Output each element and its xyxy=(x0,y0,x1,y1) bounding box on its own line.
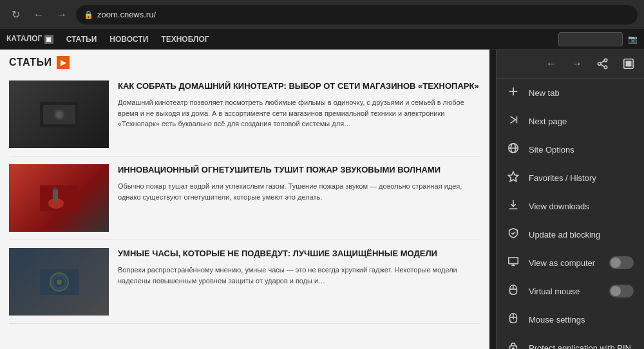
mouse-icon xyxy=(507,284,520,298)
forward-button[interactable]: → xyxy=(568,55,586,73)
tabs-icon[interactable] xyxy=(620,55,638,73)
menu-item-next-page[interactable]: Next page xyxy=(497,107,644,135)
svg-point-12 xyxy=(604,59,607,62)
menu-item-favorites-history[interactable]: Favorites / History xyxy=(497,164,644,192)
star-icon xyxy=(507,171,520,185)
article-item[interactable]: ИННОВАЦИОННЫЙ ОГНЕТУШИТЕЛЬ ТУШИТ ПОЖАР З… xyxy=(9,156,480,240)
page-content: СТАТЬИ ▶ КАК СОБРАТЬ ДОМАШНИЙ КИНОТЕАТР:… xyxy=(0,50,489,349)
toggle-knob xyxy=(611,286,621,296)
menu-label: New tab xyxy=(529,88,634,98)
menu-item-site-options[interactable]: Site Options xyxy=(497,135,644,164)
share-icon[interactable] xyxy=(594,55,612,73)
menu-label: Site Options xyxy=(529,145,634,155)
svg-point-14 xyxy=(598,62,601,66)
section-title: СТАТЬИ xyxy=(9,57,52,68)
nav-forward-button[interactable]: → xyxy=(53,6,71,24)
menu-label: View downloads xyxy=(529,202,634,211)
menu-label: Mouse settings xyxy=(529,315,634,325)
dropdown-menu: ← → xyxy=(496,50,644,349)
address-text: zoom.cnews.ru/ xyxy=(97,10,630,19)
mouse-settings-icon xyxy=(507,312,520,326)
menu-label: Protect application with PIN xyxy=(529,343,634,350)
article-info: УМНЫЕ ЧАСЫ, КОТОРЫЕ НЕ ПОДВЕДУТ: ЛУЧШИЕ … xyxy=(118,248,480,316)
svg-rect-18 xyxy=(626,61,632,67)
nav-articles[interactable]: СТАТЬИ xyxy=(66,35,97,44)
virtual-mouse-toggle[interactable] xyxy=(609,285,634,297)
article-excerpt: Домашний кинотеатр позволяет посмотреть … xyxy=(118,97,480,129)
svg-rect-28 xyxy=(509,258,518,264)
next-page-icon xyxy=(507,114,520,128)
article-thumbnail xyxy=(9,164,109,232)
toggle-knob xyxy=(611,258,621,268)
nav-catalog[interactable]: КАТАЛОГ ▣ xyxy=(6,34,53,44)
nav-back-button[interactable]: ← xyxy=(30,6,48,24)
article-excerpt: Вопреки распространённому мнению, умные … xyxy=(118,265,480,286)
back-button[interactable]: ← xyxy=(542,55,560,73)
refresh-button[interactable]: ↻ xyxy=(6,6,24,24)
lock-icon: 🔒 xyxy=(84,10,93,19)
svg-point-11 xyxy=(57,279,62,285)
svg-marker-25 xyxy=(508,172,518,182)
menu-label: Favorites / History xyxy=(529,173,634,183)
shield-icon xyxy=(507,227,520,241)
menu-label: Virtual mouse xyxy=(529,287,600,296)
view-as-computer-toggle[interactable] xyxy=(609,256,634,269)
monitor-icon xyxy=(507,256,520,270)
plus-icon xyxy=(507,86,520,100)
menu-item-mouse-settings[interactable]: Mouse settings xyxy=(497,305,644,334)
globe-icon xyxy=(507,142,520,156)
menu-label: View as computer xyxy=(529,258,600,268)
article-item[interactable]: УМНЫЕ ЧАСЫ, КОТОРЫЕ НЕ ПОДВЕДУТ: ЛУЧШИЕ … xyxy=(9,240,480,324)
menu-label: Update ad blocking xyxy=(529,230,634,240)
camera-icon: 📷 xyxy=(628,35,638,44)
article-thumbnail xyxy=(9,80,109,148)
menu-item-virtual-mouse[interactable]: Virtual mouse xyxy=(497,277,644,305)
article-excerpt: Обычно пожар тушат водой или углекислым … xyxy=(118,181,480,202)
menu-item-view-downloads[interactable]: View downloads xyxy=(497,192,644,220)
menu-item-protect-pin[interactable]: Protect application with PIN xyxy=(497,334,644,349)
article-thumbnail xyxy=(9,248,109,316)
section-arrow-icon: ▶ xyxy=(57,56,70,69)
article-info: ИННОВАЦИОННЫЙ ОГНЕТУШИТЕЛЬ ТУШИТ ПОЖАР З… xyxy=(118,164,480,232)
nav-news[interactable]: НОВОСТИ xyxy=(109,35,148,44)
article-title: УМНЫЕ ЧАСЫ, КОТОРЫЕ НЕ ПОДВЕДУТ: ЛУЧШИЕ … xyxy=(118,248,480,259)
download-icon xyxy=(507,199,520,213)
menu-label: Next page xyxy=(529,117,634,126)
svg-rect-6 xyxy=(53,189,58,202)
content-area: СТАТЬИ ▶ КАК СОБРАТЬ ДОМАШНИЙ КИНОТЕАТР:… xyxy=(0,50,644,349)
section-header: СТАТЬИ ▶ xyxy=(0,50,489,73)
svg-line-15 xyxy=(601,61,605,63)
article-info: КАК СОБРАТЬ ДОМАШНИЙ КИНОТЕАТР: ВЫБОР ОТ… xyxy=(118,80,480,148)
menu-item-update-ad-blocking[interactable]: Update ad blocking xyxy=(497,220,644,249)
nav-techblog[interactable]: ТЕХНОБЛОГ xyxy=(161,35,209,44)
svg-point-3 xyxy=(56,111,62,118)
search-input[interactable] xyxy=(558,32,623,46)
lock-icon xyxy=(507,341,520,349)
svg-line-16 xyxy=(601,64,605,66)
article-list: КАК СОБРАТЬ ДОМАШНИЙ КИНОТЕАТР: ВЫБОР ОТ… xyxy=(0,73,489,324)
article-title: КАК СОБРАТЬ ДОМАШНИЙ КИНОТЕАТР: ВЫБОР ОТ… xyxy=(118,80,480,92)
svg-point-13 xyxy=(604,66,607,69)
site-nav: КАТАЛОГ ▣ СТАТЬИ НОВОСТИ ТЕХНОБЛОГ 📷 xyxy=(0,29,644,50)
article-item[interactable]: КАК СОБРАТЬ ДОМАШНИЙ КИНОТЕАТР: ВЫБОР ОТ… xyxy=(9,73,480,156)
menu-item-view-as-computer[interactable]: View as computer xyxy=(497,249,644,277)
article-title: ИННОВАЦИОННЫЙ ОГНЕТУШИТЕЛЬ ТУШИТ ПОЖАР З… xyxy=(118,164,480,176)
browser-chrome: ↻ ← → 🔒 zoom.cnews.ru/ xyxy=(0,0,644,29)
dropdown-topbar: ← → xyxy=(497,50,644,79)
address-bar[interactable]: 🔒 zoom.cnews.ru/ xyxy=(76,5,638,24)
svg-rect-7 xyxy=(54,187,57,190)
menu-item-new-tab[interactable]: New tab xyxy=(497,79,644,107)
